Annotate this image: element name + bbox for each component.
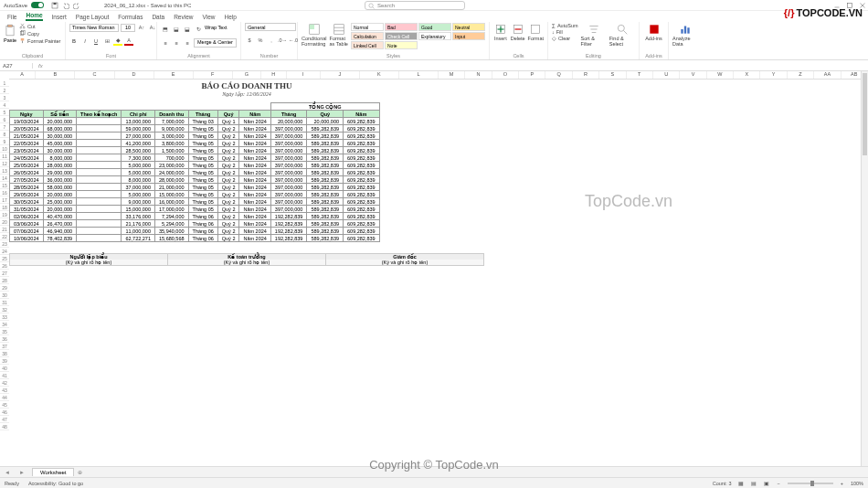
table-cell[interactable]: 397,000,000: [270, 125, 307, 133]
sheet-nav-next-icon[interactable]: ►: [15, 470, 29, 475]
decrease-decimal-icon[interactable]: ←.0: [289, 36, 298, 45]
table-cell[interactable]: Năm 2024: [239, 162, 270, 169]
col-header[interactable]: I: [287, 71, 321, 79]
table-cell[interactable]: 17,000,000: [154, 206, 188, 213]
table-cell[interactable]: 589,282,839: [307, 191, 344, 198]
autosave-toggle[interactable]: [31, 2, 44, 8]
table-cell[interactable]: 589,282,839: [307, 176, 344, 184]
table-cell[interactable]: 19/03/2024: [10, 118, 44, 125]
table-cell[interactable]: 397,000,000: [270, 154, 307, 162]
wrap-text-button[interactable]: Wrap Text: [205, 25, 228, 34]
table-cell[interactable]: 700,000: [154, 154, 188, 162]
align-right-icon[interactable]: ≡: [183, 38, 192, 48]
table-cell[interactable]: 589,282,839: [307, 220, 344, 228]
table-cell[interactable]: 33,176,000: [122, 213, 155, 220]
table-row[interactable]: 10/06/202478,402,83962,722,27115,680,568…: [10, 235, 380, 242]
row-header[interactable]: 22: [0, 233, 9, 240]
table-cell[interactable]: Năm 2024: [239, 206, 270, 213]
tab-file[interactable]: File: [7, 14, 16, 20]
table-cell[interactable]: 22/05/2024: [10, 140, 44, 147]
table-cell[interactable]: Tháng 03: [188, 118, 217, 125]
italic-button[interactable]: I: [80, 37, 90, 46]
table-cell[interactable]: 589,282,839: [307, 125, 344, 133]
table-cell[interactable]: 28/05/2024: [10, 184, 44, 191]
table-cell[interactable]: 29,000,000: [43, 169, 77, 176]
table-cell[interactable]: 7,000,000: [154, 118, 188, 125]
row-header[interactable]: 38: [0, 350, 9, 357]
table-cell[interactable]: 609,282,839: [344, 206, 380, 213]
table-cell[interactable]: 397,000,000: [270, 162, 307, 169]
row-header[interactable]: 48: [0, 423, 9, 430]
table-cell[interactable]: 35,940,000: [154, 228, 188, 235]
table-row[interactable]: 07/06/202446,940,00011,000,00035,940,000…: [10, 228, 380, 235]
format-painter-button[interactable]: Format Painter: [19, 37, 60, 44]
table-cell[interactable]: Quý 2: [217, 206, 239, 213]
fill-button[interactable]: ↓ Fill: [552, 29, 578, 35]
table-cell[interactable]: Quý 2: [217, 169, 239, 176]
comma-icon[interactable]: ,: [267, 36, 276, 45]
table-row[interactable]: 28/05/202458,000,00037,000,00021,000,000…: [10, 184, 380, 191]
table-cell[interactable]: [77, 133, 122, 140]
table-cell[interactable]: 58,000,000: [43, 184, 77, 191]
table-cell[interactable]: 1,500,000: [154, 147, 188, 154]
cell-style-normal[interactable]: Normal: [351, 23, 384, 31]
table-cell[interactable]: 589,282,839: [307, 154, 344, 162]
table-cell[interactable]: Tháng 05: [188, 191, 217, 198]
table-cell[interactable]: Quý 2: [217, 176, 239, 184]
table-cell[interactable]: Tháng 05: [188, 125, 217, 133]
table-cell[interactable]: 24,000,000: [154, 169, 188, 176]
row-header[interactable]: 36: [0, 335, 9, 343]
table-row[interactable]: 22/05/202445,000,00041,200,0003,800,000T…: [10, 140, 380, 147]
tab-insert[interactable]: Insert: [52, 14, 67, 20]
table-cell[interactable]: Quý 2: [217, 162, 239, 169]
row-header[interactable]: 43: [0, 387, 9, 394]
table-cell[interactable]: 21,000,000: [154, 184, 188, 191]
table-cell[interactable]: Quý 1: [217, 118, 239, 125]
table-cell[interactable]: 46,940,000: [43, 228, 77, 235]
table-cell[interactable]: Tháng 06: [188, 235, 217, 242]
zoom-slider[interactable]: [788, 483, 833, 484]
table-row[interactable]: 27/05/202436,000,0008,000,00028,000,000T…: [10, 176, 380, 184]
row-header[interactable]: 21: [0, 226, 9, 233]
table-cell[interactable]: 5,294,000: [154, 220, 188, 228]
orientation-icon[interactable]: ↻: [194, 25, 203, 34]
table-cell[interactable]: 609,282,839: [344, 213, 380, 220]
row-header[interactable]: 16: [0, 189, 9, 196]
format-as-table-button[interactable]: Format as Table: [330, 23, 348, 47]
table-cell[interactable]: 25,000,000: [43, 198, 77, 206]
col-header[interactable]: Z: [788, 71, 814, 79]
row-header[interactable]: 23: [0, 240, 9, 248]
row-header[interactable]: 39: [0, 357, 9, 365]
row-header[interactable]: 17: [0, 196, 9, 204]
table-cell[interactable]: 37,000,000: [122, 184, 155, 191]
row-headers[interactable]: 1234567891011121314151617181920212223242…: [0, 80, 9, 430]
table-cell[interactable]: 20,000,000: [43, 206, 77, 213]
table-cell[interactable]: 21/05/2024: [10, 133, 44, 140]
table-cell[interactable]: 26,470,000: [43, 220, 77, 228]
column-headers[interactable]: ABCDEFGHIJKLMNOPQRSTUVWXYZAAAB: [9, 71, 868, 80]
table-cell[interactable]: 68,000,000: [43, 125, 77, 133]
table-cell[interactable]: 27/05/2024: [10, 176, 44, 184]
table-cell[interactable]: [77, 235, 122, 242]
table-cell[interactable]: 20,000,000: [270, 118, 307, 125]
fx-icon[interactable]: fx: [33, 63, 48, 69]
table-cell[interactable]: 29/05/2024: [10, 191, 44, 198]
row-header[interactable]: 34: [0, 321, 9, 328]
table-cell[interactable]: Năm 2024: [239, 169, 270, 176]
align-bottom-icon[interactable]: ⬓: [183, 25, 192, 34]
row-header[interactable]: 13: [0, 167, 9, 175]
table-row[interactable]: 23/05/202430,000,00028,500,0001,500,000T…: [10, 147, 380, 154]
cell-style-calculation[interactable]: Calculation: [351, 32, 384, 40]
table-row[interactable]: 25/05/202428,000,0005,000,00023,000,000T…: [10, 162, 380, 169]
col-header[interactable]: R: [573, 71, 599, 79]
table-cell[interactable]: [77, 118, 122, 125]
table-cell[interactable]: 397,000,000: [270, 169, 307, 176]
save-icon[interactable]: [51, 2, 58, 9]
table-cell[interactable]: 15,000,000: [154, 191, 188, 198]
table-cell[interactable]: 45,000,000: [43, 140, 77, 147]
delete-cells-button[interactable]: Delete: [511, 23, 525, 41]
zoom-level[interactable]: 100%: [851, 481, 863, 486]
table-cell[interactable]: Tháng 05: [188, 147, 217, 154]
decrease-font-icon[interactable]: A↓: [148, 23, 157, 32]
table-cell[interactable]: Năm 2024: [239, 198, 270, 206]
